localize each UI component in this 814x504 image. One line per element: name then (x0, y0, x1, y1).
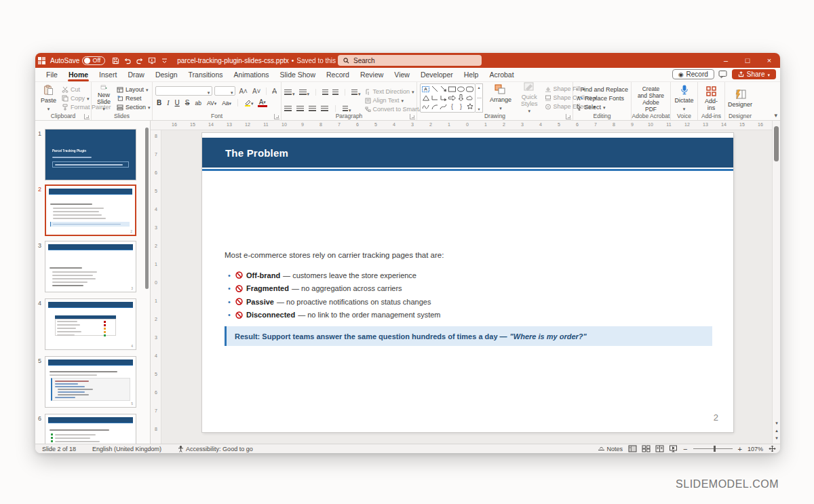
fit-to-window-icon[interactable] (769, 445, 776, 452)
document-title[interactable]: parcel-tracking-plugin-slides-css.pptx •… (177, 57, 352, 64)
zoom-slider-thumb[interactable] (714, 446, 716, 452)
font-color-button[interactable]: A (258, 98, 267, 107)
thumbnail-slide-5[interactable]: 5 Core Feature: Multi-Carrier Aggregatio… (35, 356, 151, 409)
language-indicator[interactable]: English (United Kingdom) (92, 446, 161, 452)
share-button[interactable]: Share (732, 69, 776, 79)
shape-rounded-rectangle-icon[interactable] (466, 85, 474, 93)
font-size-combo[interactable] (214, 86, 235, 96)
accessibility-status[interactable]: Accessibility: Good to go (178, 446, 253, 452)
line-spacing-button[interactable] (351, 86, 361, 98)
paragraph-dialog-launcher[interactable] (410, 114, 415, 119)
start-slideshow-icon[interactable] (146, 53, 158, 68)
justify-icon[interactable] (321, 106, 328, 112)
slide[interactable]: The Problem Most e-commerce stores rely … (202, 133, 733, 432)
italic-button[interactable]: I (166, 99, 170, 106)
collapse-ribbon-icon[interactable]: ▾ (774, 112, 777, 119)
normal-view-icon[interactable] (628, 445, 637, 452)
decrease-indent-icon[interactable] (322, 90, 328, 96)
shape-arrow-icon[interactable] (440, 85, 448, 93)
quick-styles-button[interactable]: QuickStyles (518, 81, 541, 114)
text-shadow-button[interactable]: ab (193, 100, 202, 106)
bullet-list[interactable]: • Off-brand— customers leave the store e… (225, 269, 713, 322)
notes-button[interactable]: Notes (598, 446, 623, 452)
close-button[interactable]: × (758, 53, 780, 68)
underline-button[interactable]: U (174, 99, 181, 106)
tab-review[interactable]: Review (355, 69, 389, 81)
undo-icon[interactable] (121, 53, 134, 68)
thumbnail-slide-6[interactable]: 6 Core Feature: Storefront Tracking Widg… (35, 414, 151, 444)
new-slide-button[interactable]: NewSlide (94, 85, 113, 112)
layout-button[interactable]: Layout (117, 86, 151, 93)
dictate-button[interactable]: Dictate (674, 85, 695, 112)
tab-record[interactable]: Record (321, 69, 355, 81)
addins-button[interactable]: Add-ins (701, 85, 722, 112)
redo-icon[interactable] (134, 53, 146, 68)
shape-star-icon[interactable] (466, 102, 474, 111)
shape-gallery[interactable]: { } (420, 83, 476, 113)
save-icon[interactable] (109, 53, 121, 68)
paste-button[interactable]: Paste (38, 85, 59, 112)
align-center-icon[interactable] (296, 106, 304, 112)
character-spacing-button[interactable]: AV (206, 100, 218, 106)
shape-elbow-arrow-icon[interactable] (440, 94, 448, 102)
thumbnail-slide-4[interactable]: 4 Target Platforms 4 (35, 298, 151, 351)
slide-intro-text[interactable]: Most e-commerce stores rely on carrier t… (225, 251, 444, 259)
align-right-icon[interactable] (309, 106, 316, 112)
strikethrough-button[interactable]: S (184, 99, 191, 106)
thumbnail-slide-2-selected[interactable]: 2 The Problem 2 (35, 185, 151, 237)
shape-left-brace-icon[interactable]: { (448, 102, 457, 111)
tab-insert[interactable]: Insert (94, 69, 122, 81)
reading-view-icon[interactable] (655, 445, 664, 452)
record-button[interactable]: ◉Record (672, 69, 714, 79)
numbering-button[interactable] (299, 86, 310, 98)
section-button[interactable]: Section (117, 104, 151, 111)
font-dialog-launcher[interactable] (274, 114, 279, 119)
shape-elbow-connector-icon[interactable] (431, 94, 439, 102)
zoom-out-button[interactable]: − (683, 445, 687, 453)
replace-fonts-button[interactable]: Replace Fonts (576, 95, 628, 102)
shape-right-arrow-icon[interactable] (448, 94, 457, 102)
zoom-in-button[interactable]: + (738, 445, 742, 453)
zoom-slider[interactable] (693, 448, 733, 449)
quick-access-more-icon[interactable] (158, 53, 170, 68)
slide-sorter-view-icon[interactable] (642, 445, 651, 452)
next-slide-button[interactable]: ▾ (775, 435, 778, 441)
shape-arc-icon[interactable] (431, 102, 439, 111)
shape-text-box-icon[interactable] (422, 85, 430, 93)
result-callout[interactable]: Result: Support teams answer the same qu… (225, 326, 712, 346)
vertical-ruler[interactable]: 9876543210123456789 (151, 130, 161, 444)
shape-gallery-scroll[interactable]: ▴▾ (476, 83, 483, 113)
increase-indent-icon[interactable] (332, 90, 338, 96)
select-button[interactable]: Select (576, 104, 628, 111)
thumbnail-slide-3[interactable]: 3 The Goal 3 (35, 241, 151, 294)
tab-design[interactable]: Design (150, 69, 183, 81)
shape-right-brace-icon[interactable]: } (457, 102, 465, 111)
arrange-button[interactable]: Arrange (487, 84, 514, 111)
create-share-pdf-button[interactable]: Create and ShareAdobe PDF (634, 85, 667, 112)
scroll-down-icon[interactable]: ▾ (775, 421, 778, 426)
powerpoint-app-icon[interactable] (35, 53, 47, 68)
horizontal-ruler[interactable]: 1615141312111098765432101234567891011121… (151, 121, 772, 130)
align-left-icon[interactable] (284, 106, 292, 112)
find-replace-button[interactable]: Find and Replace (576, 86, 628, 93)
clipboard-dialog-launcher[interactable] (84, 114, 90, 119)
search-input[interactable]: Search (338, 55, 482, 66)
slide-title-bar[interactable]: The Problem (202, 138, 733, 168)
comments-icon[interactable] (718, 70, 728, 79)
tab-developer[interactable]: Developer (415, 69, 459, 81)
tab-animations[interactable]: Animations (229, 69, 275, 81)
scrollbar-thumb[interactable] (774, 126, 779, 161)
clear-formatting-button[interactable]: A (271, 88, 278, 95)
tab-slide-show[interactable]: Slide Show (275, 69, 322, 81)
shape-oval-icon[interactable] (457, 85, 465, 93)
maximize-button[interactable]: □ (737, 53, 758, 68)
shape-line-icon[interactable] (431, 85, 439, 93)
reset-button[interactable]: Reset (117, 95, 151, 102)
thumbnail-slide-1[interactable]: 1 Parcel Tracking Plugin (35, 129, 151, 182)
minimize-button[interactable]: – (715, 53, 737, 68)
tab-home[interactable]: Home (63, 69, 94, 81)
highlight-color-button[interactable] (243, 99, 255, 106)
bold-button[interactable]: B (155, 99, 163, 106)
shape-scribble-icon[interactable] (422, 102, 430, 111)
designer-button[interactable]: Designer (728, 85, 752, 112)
